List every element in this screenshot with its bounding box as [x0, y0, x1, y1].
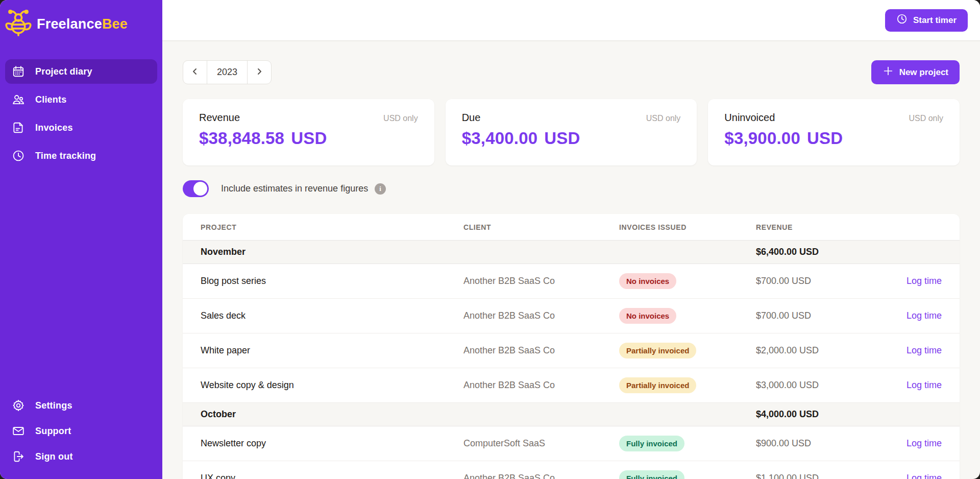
project-name: Sales deck — [201, 310, 463, 321]
column-header-invoices: INVOICES ISSUED — [619, 223, 756, 231]
project-name: White paper — [201, 345, 463, 356]
stat-scope: USD only — [909, 114, 943, 123]
stat-card-due: Due USD only $3,400.00USD — [446, 99, 697, 165]
content: 2023 New project Revenue USD only — [162, 41, 980, 479]
project-row: Sales deckAnother B2B SaaS CoNo invoices… — [183, 299, 960, 333]
project-row: Website copy & designAnother B2B SaaS Co… — [183, 368, 960, 403]
top-bar: Start timer — [162, 0, 980, 41]
invoice-status-badge: Fully invoiced — [619, 436, 684, 451]
stat-label: Uninvoiced — [724, 112, 775, 124]
users-icon — [12, 93, 25, 106]
calendar-icon — [12, 65, 25, 78]
app-title: FreelanceBee — [37, 16, 128, 32]
log-time-link[interactable]: Log time — [906, 438, 942, 448]
invoice-status-badge: No invoices — [619, 308, 676, 324]
project-name: Blog post series — [201, 276, 463, 286]
sidebar-item-clients[interactable]: Clients — [5, 87, 157, 112]
stat-scope: USD only — [383, 114, 418, 123]
estimates-toggle[interactable] — [183, 180, 209, 197]
invoice-status-cell: No invoices — [619, 273, 756, 289]
projects-table: PROJECT CLIENT INVOICES ISSUED REVENUE N… — [183, 214, 960, 479]
year-label: 2023 — [207, 61, 248, 84]
invoice-status-badge: Partially invoiced — [619, 377, 696, 393]
revenue-value: $900.00 USD — [756, 438, 887, 449]
group-month-label: November — [201, 247, 463, 257]
column-header-revenue: REVENUE — [756, 223, 887, 231]
info-icon[interactable]: i — [375, 183, 386, 195]
start-timer-button[interactable]: Start timer — [885, 9, 968, 32]
client-name: Another B2B SaaS Co — [463, 345, 619, 356]
sign-out-icon — [12, 450, 25, 463]
sidebar-item-settings[interactable]: Settings — [5, 393, 157, 418]
client-name: ComputerSoft SaaS — [463, 438, 619, 449]
stat-scope: USD only — [646, 114, 681, 123]
sidebar-item-sign-out[interactable]: Sign out — [5, 444, 157, 469]
project-name: Website copy & design — [201, 380, 463, 391]
client-name: Another B2B SaaS Co — [463, 473, 619, 479]
log-time-cell: Log time — [887, 276, 942, 286]
log-time-link[interactable]: Log time — [906, 345, 942, 355]
revenue-value: $2,000.00 USD — [756, 345, 887, 356]
sidebar-item-label: Time tracking — [35, 151, 96, 161]
stat-label: Revenue — [199, 112, 240, 124]
project-row: Blog post seriesAnother B2B SaaS CoNo in… — [183, 264, 960, 299]
client-name: Another B2B SaaS Co — [463, 276, 619, 286]
log-time-cell: Log time — [887, 473, 942, 479]
estimates-toggle-label: Include estimates in revenue figures — [221, 183, 368, 194]
sidebar-footer-nav: SettingsSupportSign out — [0, 393, 162, 479]
timer-clock-icon — [896, 13, 908, 27]
invoice-status-cell: Partially invoiced — [619, 343, 756, 358]
plus-icon — [883, 65, 894, 79]
invoice-status-badge: No invoices — [619, 273, 676, 289]
stat-cards: Revenue USD only $38,848.58USD Due USD o… — [183, 99, 960, 165]
month-group-row: October$4,000.00 USD — [183, 403, 960, 426]
sidebar-item-label: Settings — [35, 400, 72, 411]
year-picker: 2023 — [183, 60, 272, 84]
stat-amount: $3,400.00USD — [462, 129, 681, 148]
invoice-status-cell: Fully invoiced — [619, 436, 756, 451]
estimates-toggle-row: Include estimates in revenue figures i — [183, 180, 960, 197]
log-time-cell: Log time — [887, 380, 942, 391]
stat-amount: $3,900.00USD — [724, 129, 943, 148]
revenue-value: $700.00 USD — [756, 310, 887, 321]
clock-icon — [12, 149, 25, 162]
logo: FreelanceBee — [0, 0, 162, 45]
invoice-status-cell: Partially invoiced — [619, 377, 756, 393]
invoice-icon — [12, 121, 25, 134]
sidebar-item-time-tracking[interactable]: Time tracking — [5, 143, 157, 168]
revenue-value: $1,100.00 USD — [756, 473, 887, 479]
invoice-status-badge: Partially invoiced — [619, 343, 696, 358]
revenue-value: $700.00 USD — [756, 276, 887, 286]
log-time-link[interactable]: Log time — [906, 276, 942, 286]
invoice-status-badge: Fully invoiced — [619, 470, 684, 479]
project-row: Newsletter copyComputerSoft SaaSFully in… — [183, 426, 960, 461]
column-header-client: CLIENT — [463, 223, 619, 231]
stat-label: Due — [462, 112, 481, 124]
project-row: UX copyAnother B2B SaaS CoFully invoiced… — [183, 461, 960, 479]
gear-icon — [12, 399, 25, 412]
invoice-status-cell: No invoices — [619, 308, 756, 324]
toolbar: 2023 New project — [183, 60, 960, 84]
sidebar-item-label: Support — [35, 426, 71, 437]
log-time-cell: Log time — [887, 438, 942, 449]
sidebar-item-label: Clients — [35, 94, 66, 105]
stat-card-revenue: Revenue USD only $38,848.58USD — [183, 99, 434, 165]
sidebar-item-support[interactable]: Support — [5, 419, 157, 443]
new-project-button[interactable]: New project — [871, 60, 960, 84]
table-header-row: PROJECT CLIENT INVOICES ISSUED REVENUE — [183, 214, 960, 241]
month-group-row: November$6,400.00 USD — [183, 241, 960, 264]
sidebar: FreelanceBee Project diaryClientsInvoice… — [0, 0, 162, 479]
log-time-link[interactable]: Log time — [906, 310, 942, 321]
sidebar-item-invoices[interactable]: Invoices — [5, 115, 157, 140]
log-time-cell: Log time — [887, 310, 942, 321]
sidebar-item-project-diary[interactable]: Project diary — [5, 59, 157, 84]
group-month-label: October — [201, 409, 463, 420]
stat-card-uninvoiced: Uninvoiced USD only $3,900.00USD — [708, 99, 960, 165]
chevron-right-icon — [255, 67, 263, 77]
log-time-link[interactable]: Log time — [906, 473, 942, 479]
client-name: Another B2B SaaS Co — [463, 380, 619, 391]
invoice-status-cell: Fully invoiced — [619, 470, 756, 479]
log-time-link[interactable]: Log time — [906, 380, 942, 390]
prev-year-button[interactable] — [183, 61, 207, 84]
next-year-button[interactable] — [248, 61, 271, 84]
